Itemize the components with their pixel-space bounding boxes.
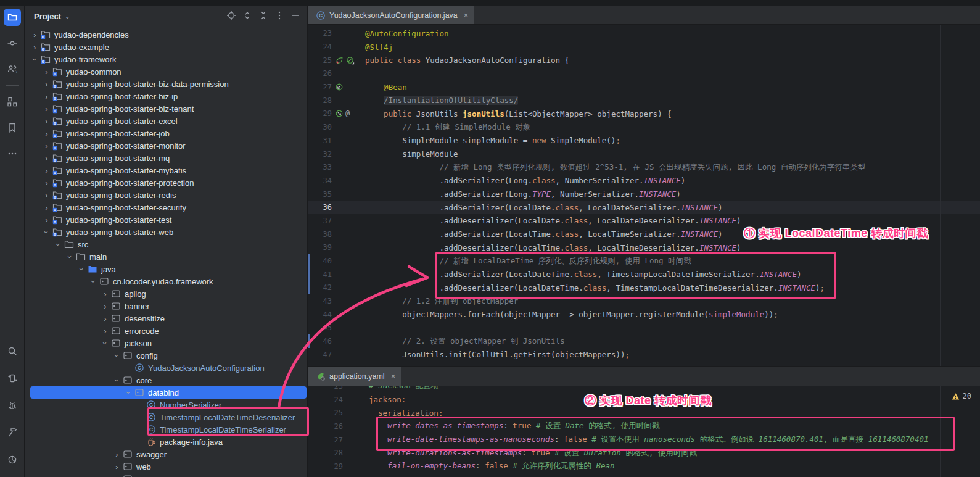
stripe-profiler-button[interactable]: [4, 451, 21, 468]
chevron-closed-icon[interactable]: ›: [41, 215, 52, 225]
bean-arrow-left-icon[interactable]: [334, 82, 344, 92]
chevron-down-icon[interactable]: ⌄: [65, 13, 70, 20]
tree-item-xss[interactable]: ›xss: [25, 473, 307, 477]
tree-item-NumberSerializer[interactable]: CNumberSerializer: [25, 399, 307, 411]
tree-item-YudaoJacksonAutoConfiguration[interactable]: CYudaoJacksonAutoConfiguration: [25, 362, 307, 374]
java-code-area[interactable]: 23@AutoConfiguration24@Slf4j25public cla…: [308, 25, 980, 366]
code-line-23[interactable]: 23@AutoConfiguration: [308, 27, 980, 41]
chevron-closed-icon[interactable]: ›: [100, 314, 110, 323]
code-line-43[interactable]: 43 // 1.2 注册到 objectMapper: [308, 294, 980, 308]
bean-icon[interactable]: [345, 56, 355, 65]
chevron-closed-icon[interactable]: ›: [41, 178, 52, 188]
chevron-closed-icon[interactable]: ›: [41, 166, 52, 175]
tree-item-yudao-example[interactable]: ›yudao-example: [25, 41, 307, 53]
code-line-33[interactable]: 33 // 新增 Long 类型序列化规则, 数值超过 2^53-1, 在 JS…: [308, 160, 980, 174]
more-options-button[interactable]: [274, 10, 284, 23]
tree-item-core[interactable]: ›core: [25, 374, 307, 386]
code-line-26[interactable]: 26: [308, 67, 980, 81]
chevron-closed-icon[interactable]: ›: [100, 302, 110, 311]
tree-item-yudao-spring-boot-starter-mq[interactable]: ›yudao-spring-boot-starter-mq: [25, 152, 307, 164]
tree-item-databind[interactable]: ›databind: [30, 386, 307, 399]
collapse-all-button[interactable]: [258, 10, 268, 23]
chevron-closed-icon[interactable]: ›: [41, 141, 52, 151]
stripe-users-help-button[interactable]: ?: [4, 60, 21, 78]
chevron-open-icon[interactable]: ›: [89, 276, 98, 287]
tree-item-config[interactable]: ›config: [25, 349, 307, 362]
code-line-42[interactable]: 42 .addDeserializer(LocalDateTime.class,…: [308, 281, 980, 295]
stripe-bookmarks-button[interactable]: [4, 119, 21, 136]
chevron-open-icon[interactable]: ›: [65, 252, 75, 262]
chevron-open-icon[interactable]: ›: [112, 350, 121, 361]
code-line-46[interactable]: 46 // 2. 设置 objectMapper 到 JsonUtils: [308, 334, 980, 348]
chevron-closed-icon[interactable]: ›: [30, 30, 40, 39]
chevron-closed-icon[interactable]: ›: [100, 326, 110, 336]
project-tree[interactable]: ›yudao-dependencies›yudao-example›yudao-…: [25, 28, 307, 477]
chevron-open-icon[interactable]: ›: [42, 227, 51, 238]
chevron-closed-icon[interactable]: ›: [41, 154, 52, 163]
tree-item-TimestampLocalDateTimeDeserializer[interactable]: CTimestampLocalDateTimeDeserializer: [25, 411, 307, 423]
expand-all-button[interactable]: [242, 10, 252, 23]
tree-item-yudao-spring-boot-starter-test[interactable]: ›yudao-spring-boot-starter-test: [25, 214, 307, 226]
tree-item-cn.iocoder.yudao.framework[interactable]: ›cn.iocoder.yudao.framework: [25, 275, 307, 288]
tree-item-yudao-spring-boot-starter-biz-ip[interactable]: ›yudao-spring-boot-starter-biz-ip: [25, 90, 307, 102]
code-line-30[interactable]: 30 // 1.1 创建 SimpleModule 对象: [308, 120, 980, 134]
code-line-31[interactable]: 31 SimpleModule simpleModule = new Simpl…: [308, 134, 980, 147]
code-line-37[interactable]: 37 .addDeserializer(LocalDate.class, Loc…: [308, 214, 980, 228]
tree-item-banner[interactable]: ›banner: [25, 300, 307, 312]
chevron-closed-icon[interactable]: ›: [41, 191, 52, 200]
code-line-35[interactable]: 35 .addSerializer(Long.TYPE, NumberSeria…: [308, 188, 980, 201]
tab-java-file[interactable]: C YudaoJacksonAutoConfiguration.java ×: [308, 6, 474, 24]
chevron-closed-icon[interactable]: ›: [112, 462, 122, 471]
leaf-icon[interactable]: [334, 56, 344, 65]
code-line-32[interactable]: 32 simpleModule: [308, 147, 980, 161]
tree-item-desensitize[interactable]: ›desensitize: [25, 312, 307, 325]
close-icon[interactable]: ×: [464, 10, 469, 20]
tree-item-apilog[interactable]: ›apilog: [25, 288, 307, 300]
tree-item-yudao-spring-boot-starter-monitor[interactable]: ›yudao-spring-boot-starter-monitor: [25, 139, 307, 152]
tree-item-yudao-spring-boot-starter-redis[interactable]: ›yudao-spring-boot-starter-redis: [25, 189, 307, 201]
code-line-25[interactable]: 25 serialization:: [308, 406, 980, 420]
tab-yaml-file[interactable]: application.yaml ×: [308, 367, 401, 386]
stripe-more-button[interactable]: [4, 145, 21, 162]
chevron-open-icon[interactable]: ›: [124, 388, 133, 398]
chevron-open-icon[interactable]: ›: [101, 338, 110, 349]
chevron-open-icon[interactable]: ›: [112, 375, 121, 386]
code-line-39[interactable]: 39 .addDeserializer(LocalTime.class, Loc…: [308, 241, 980, 255]
tree-item-yudao-spring-boot-starter-security[interactable]: ›yudao-spring-boot-starter-security: [25, 201, 307, 214]
chevron-closed-icon[interactable]: ›: [100, 289, 110, 299]
code-line-25[interactable]: 25public class YudaoJacksonAutoConfigura…: [308, 54, 980, 67]
chevron-open-icon[interactable]: ›: [54, 239, 63, 250]
tree-item-yudao-common[interactable]: ›yudao-common: [25, 65, 307, 78]
inspections-widget[interactable]: 20: [952, 392, 971, 400]
tree-item-yudao-spring-boot-starter-excel[interactable]: ›yudao-spring-boot-starter-excel: [25, 115, 307, 127]
tree-item-TimestampLocalDateTimeSerializer[interactable]: CTimestampLocalDateTimeSerializer: [25, 423, 307, 436]
chevron-closed-icon[interactable]: ›: [112, 450, 122, 459]
locate-button[interactable]: [226, 10, 236, 23]
stripe-problems-bug-button[interactable]: [4, 397, 21, 414]
code-line-27[interactable]: 27 write-date-timestamps-as-nanoseconds:…: [308, 433, 980, 447]
tree-item-yudao-dependencies[interactable]: ›yudao-dependencies: [25, 28, 307, 41]
tree-item-swagger[interactable]: ›swagger: [25, 448, 307, 460]
code-line-26[interactable]: 26 write-dates-as-timestamps: true # 设置 …: [308, 420, 980, 433]
code-line-34[interactable]: 34 .addSerializer(Long.class, NumberSeri…: [308, 174, 980, 188]
tree-item-yudao-spring-boot-starter-biz-data-permission[interactable]: ›yudao-spring-boot-starter-biz-data-perm…: [25, 78, 307, 90]
code-line-24[interactable]: 24jackson:: [308, 393, 980, 407]
tree-item-yudao-spring-boot-starter-web[interactable]: ›yudao-spring-boot-starter-web: [25, 226, 307, 238]
chevron-closed-icon[interactable]: ›: [41, 92, 52, 101]
code-line-28[interactable]: 28 /InstantiationOfUtilityClass/: [308, 94, 980, 107]
code-line-27[interactable]: 27 @Bean: [308, 80, 980, 94]
code-line-40[interactable]: 40 // 新增 LocalDateTime 序列化、反序列化规则, 使用 Lo…: [308, 254, 980, 268]
code-line-29[interactable]: 29 fail-on-empty-beans: false # 允许序列化无属性…: [308, 460, 980, 473]
tree-item-yudao-spring-boot-starter-protection[interactable]: ›yudao-spring-boot-starter-protection: [25, 176, 307, 189]
bean-arrow-right-icon[interactable]: [334, 109, 344, 118]
yaml-code-area[interactable]: 20 23# Jackson 配置项24jackson:25 serializa…: [308, 386, 980, 477]
tree-item-src[interactable]: ›src: [25, 238, 307, 251]
tree-item-main[interactable]: ›main: [25, 251, 307, 263]
chevron-closed-icon[interactable]: ›: [41, 117, 52, 126]
stripe-commit-button[interactable]: [4, 35, 21, 52]
code-line-47[interactable]: 47 JsonUtils.init(CollUtil.getFirst(obje…: [308, 348, 980, 362]
tree-item-jackson[interactable]: ›jackson: [25, 337, 307, 349]
tree-item-yudao-spring-boot-starter-job[interactable]: ›yudao-spring-boot-starter-job: [25, 127, 307, 139]
tree-item-web[interactable]: ›web: [25, 460, 307, 473]
stripe-search-button[interactable]: [4, 342, 21, 360]
